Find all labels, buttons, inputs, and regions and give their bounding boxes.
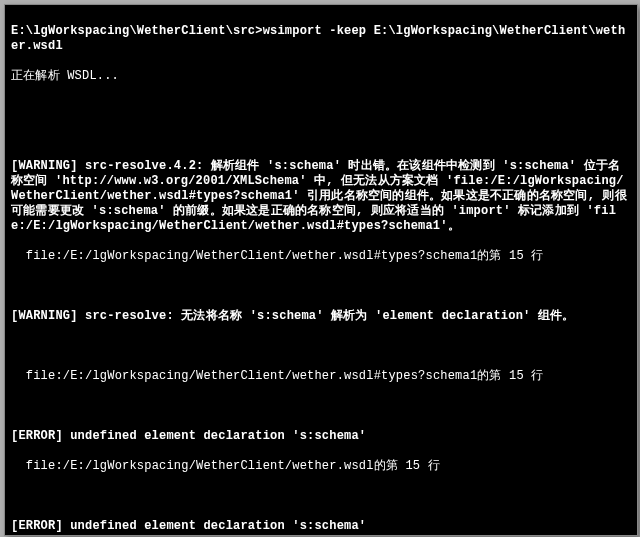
terminal-output[interactable]: E:\lgWorkspacing\WetherClient\src>wsimpo… — [5, 5, 637, 535]
error1: [ERROR] undefined element declaration 's… — [11, 429, 631, 444]
parsing-msg: 正在解析 WSDL... — [11, 69, 631, 84]
warning2-location: file:/E:/lgWorkspacing/WetherClient/weth… — [11, 369, 631, 384]
warning1-location: file:/E:/lgWorkspacing/WetherClient/weth… — [11, 249, 631, 264]
terminal-window: E:\lgWorkspacing\WetherClient\src>wsimpo… — [4, 4, 638, 536]
warning1: [WARNING] src-resolve.4.2: 解析组件 's:schem… — [11, 159, 631, 234]
warning2: [WARNING] src-resolve: 无法将名称 's:schema' … — [11, 309, 631, 324]
command-line: E:\lgWorkspacing\WetherClient\src>wsimpo… — [11, 24, 631, 54]
error2: [ERROR] undefined element declaration 's… — [11, 519, 631, 534]
error1-location: file:/E:/lgWorkspacing/WetherClient/weth… — [11, 459, 631, 474]
